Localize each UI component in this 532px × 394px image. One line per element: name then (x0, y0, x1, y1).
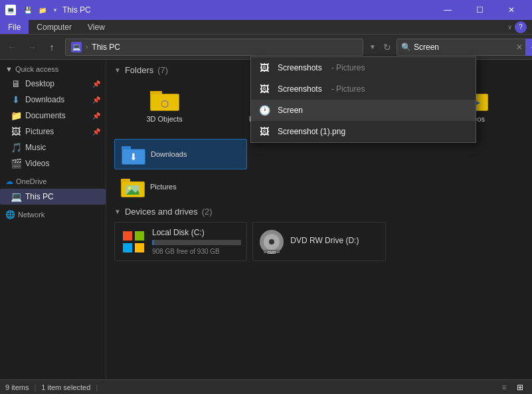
folder-item-0[interactable]: ⬡ 3D Objects (114, 80, 215, 128)
minimize-button[interactable]: — (432, 0, 463, 20)
tab-file[interactable]: File (0, 20, 29, 34)
close-button[interactable]: ✕ (496, 0, 527, 20)
dvd-drive-icon: DVD (258, 229, 285, 255)
svg-point-27 (128, 187, 131, 189)
titlebar-save-btn[interactable]: 💾 (21, 3, 35, 17)
status-divider-2: | (96, 383, 98, 391)
drive-bar-fill-0 (152, 240, 154, 245)
up-button[interactable]: ↑ (43, 38, 61, 56)
search-result-2[interactable]: 🕐 Screen (251, 100, 476, 121)
window-title: This PC (62, 5, 91, 15)
sidebar-item-documents[interactable]: 📁 Documents 📌 (0, 108, 106, 124)
search-result-0[interactable]: 🖼 Screenshots - Pictures (251, 57, 476, 78)
this-pc-icon: 💻 (11, 191, 21, 202)
svg-text:⬡: ⬡ (161, 98, 169, 109)
sidebar-label-documents: Documents (25, 111, 66, 120)
drive-item-1[interactable]: DVD DVD RW Drive (D:) (252, 222, 385, 261)
sidebar-item-music[interactable]: 🎵 Music (0, 140, 106, 155)
svg-rect-29 (123, 231, 132, 241)
address-bar[interactable]: 💻 › This PC (65, 39, 363, 56)
onedrive-icon: ☁ (5, 177, 13, 186)
toolbar: ← → ↑ 💻 › This PC ▼ ↻ 🔍 ✕ → 🖼 Screenshot… (0, 35, 532, 60)
title-bar: 💻 💾 📁 ▼ This PC — ☐ ✕ (0, 0, 532, 20)
sidebar-label-network: Network (18, 211, 44, 219)
svg-rect-32 (135, 243, 144, 252)
titlebar-folder-btn[interactable]: 📁 (36, 3, 49, 17)
sidebar-item-downloads[interactable]: ⬇ Downloads 📌 (0, 92, 106, 108)
sidebar-section-network[interactable]: 🌐 Network (0, 207, 106, 222)
search-result-name-0: Screenshots (278, 63, 322, 72)
folder-name-0: 3D Objects (146, 115, 182, 123)
sidebar-item-desktop[interactable]: 🖥 Desktop 📌 (0, 76, 106, 92)
sidebar-item-pictures[interactable]: 🖼 Pictures 📌 (0, 124, 106, 140)
address-path: This PC (92, 43, 120, 52)
search-result-1[interactable]: 🖼 Screenshots - Pictures (251, 78, 476, 100)
search-input[interactable] (414, 43, 513, 52)
drives-section-header: ▼ Devices and drives (2) (114, 207, 524, 217)
address-separator: › (86, 43, 88, 50)
sidebar-label-downloads: Downloads (25, 95, 64, 104)
address-icon: 💻 (71, 42, 82, 52)
drive-size-0: 908 GB free of 930 GB (152, 248, 241, 255)
item-count: 9 items (5, 383, 29, 391)
app-icon: 💻 (5, 5, 16, 15)
pictures-folder-label: Pictures (150, 183, 177, 191)
sidebar-section-quick-access[interactable]: ▼ Quick access (0, 62, 106, 76)
forward-button[interactable]: → (23, 38, 41, 56)
search-clear-button[interactable]: ✕ (516, 43, 523, 52)
search-result-name-2: Screen (278, 106, 303, 115)
sidebar-item-this-pc[interactable]: 💻 This PC (0, 189, 106, 205)
tab-computer[interactable]: Computer (29, 20, 80, 34)
svg-rect-30 (135, 231, 144, 241)
desktop-icon: 🖥 (11, 78, 21, 89)
local-disk-icon (120, 229, 147, 255)
search-result-name-3: Screenshot (1).png (278, 127, 345, 136)
help-button[interactable]: ? (515, 21, 527, 33)
address-dropdown-btn[interactable]: ▼ (367, 39, 378, 56)
tab-view[interactable]: View (80, 20, 113, 34)
folders-count: (7) (157, 65, 168, 75)
sidebar-item-videos[interactable]: 🎬 Videos (0, 155, 106, 171)
selected-text: 1 item selected (41, 383, 90, 391)
folders-chevron[interactable]: ▼ (114, 66, 121, 74)
list-view-button[interactable]: ≡ (497, 381, 511, 393)
drive-name-1: DVD RW Drive (D:) (290, 236, 379, 245)
sidebar-label-music: Music (25, 143, 46, 152)
maximize-button[interactable]: ☐ (464, 0, 495, 20)
sidebar-label-pictures: Pictures (25, 127, 54, 136)
music-icon: 🎵 (11, 142, 21, 153)
selected-folder-item[interactable]: ⬇ Downloads (114, 139, 247, 169)
drive-item-0[interactable]: Local Disk (C:) 908 GB free of 930 GB (114, 222, 247, 261)
drives-count: (2) (202, 207, 213, 217)
drives-chevron[interactable]: ▼ (114, 208, 121, 215)
drive-info-1: DVD RW Drive (D:) (290, 236, 379, 248)
svg-text:DVD: DVD (268, 250, 276, 254)
titlebar-dropdown-btn[interactable]: ▼ (50, 3, 60, 17)
pin-icon-desktop: 📌 (92, 80, 100, 88)
search-result-3[interactable]: 🖼 Screenshot (1).png (251, 121, 476, 142)
sidebar-section-onedrive[interactable]: ☁ OneDrive (0, 174, 106, 189)
search-go-button[interactable]: → (525, 39, 532, 56)
sidebar-label-desktop: Desktop (25, 79, 54, 88)
grid-view-button[interactable]: ⊞ (513, 381, 527, 393)
drive-info-0: Local Disk (C:) 908 GB free of 930 GB (152, 228, 241, 255)
refresh-button[interactable]: ↻ (379, 39, 395, 56)
folder-icon-0: ⬡ (149, 86, 181, 112)
ribbon-expand-btn[interactable]: ∨ (507, 23, 512, 31)
title-bar-left: 💻 💾 📁 ▼ This PC (5, 3, 91, 17)
sidebar-label-onedrive: OneDrive (16, 177, 46, 185)
section-chevron-quick-access: ▼ (5, 65, 13, 73)
drives-title: Devices and drives (125, 207, 198, 217)
pictures-icon: 🖼 (11, 126, 21, 137)
window-controls: — ☐ ✕ (432, 0, 527, 20)
search-dropdown: 🖼 Screenshots - Pictures 🖼 Screenshots -… (250, 56, 476, 143)
drive-name-0: Local Disk (C:) (152, 228, 241, 237)
folders-title: Folders (125, 65, 153, 75)
back-button[interactable]: ← (3, 38, 21, 56)
pictures-folder-item[interactable]: Pictures (114, 172, 247, 201)
search-bar[interactable]: 🔍 ✕ → 🖼 Screenshots - Pictures 🖼 Screens… (397, 39, 529, 56)
svg-text:⬇: ⬇ (130, 151, 137, 162)
search-result-name-1: Screenshots (278, 84, 322, 94)
videos-icon: 🎬 (11, 158, 21, 169)
ribbon-bar: File Computer View ∨ ? (0, 20, 532, 35)
